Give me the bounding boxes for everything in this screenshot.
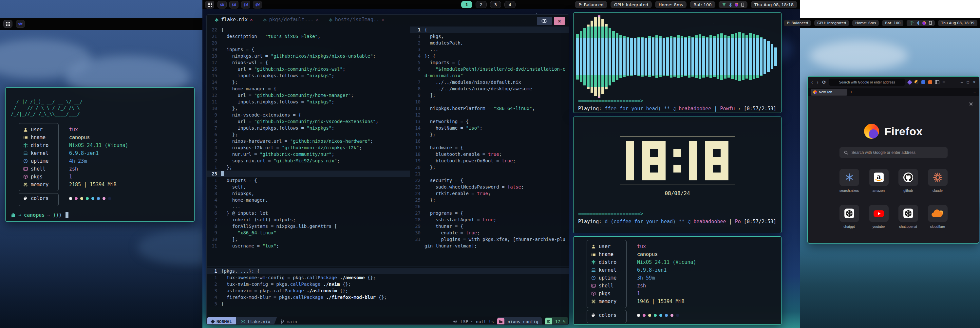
palette-dot (665, 314, 668, 317)
back-button[interactable]: ‹ (811, 79, 813, 85)
status-chip[interactable]: P: Balanced (575, 1, 607, 8)
buffer-tab[interactable]: pkgs/default... × (259, 15, 323, 25)
tag-button[interactable]: $W (16, 20, 25, 28)
system-fetch: user tux hname canopus distro NixOS 24.1… (6, 126, 194, 218)
tag-button[interactable]: $W (241, 1, 250, 8)
close-icon[interactable]: × (250, 17, 253, 22)
workspace-button-2[interactable]: 2 (476, 1, 487, 8)
tag-list: $W (16, 20, 27, 28)
fetch-value: canopus (69, 135, 90, 140)
status-chips: P: BalancedGPU: IntegratedHome: 8msBat: … (575, 1, 797, 8)
wifi-icon[interactable] (910, 21, 914, 25)
workspace-button-3[interactable]: 3 (490, 1, 501, 8)
tag-button[interactable]: $W (229, 1, 239, 8)
code-line: 3 ... (410, 46, 569, 53)
folder-icon (497, 318, 504, 325)
menu-button[interactable]: ≡ (942, 79, 945, 85)
terminal-window-fetch2[interactable]: user tux hname canopus distro NixOS 24.1… (573, 236, 781, 325)
extension-icon[interactable] (907, 79, 913, 85)
fetch-row: user tux (591, 242, 781, 250)
url-bar[interactable]: Search with Google or enter address (829, 79, 905, 86)
phone-icon[interactable] (929, 21, 932, 25)
firefox-window[interactable]: ‹ › ⟳ Search with Google or enter addres… (807, 76, 979, 244)
status-chip[interactable]: Home: 8ms (655, 1, 687, 8)
line-number: 28 (410, 216, 425, 223)
new-tab-button[interactable]: + (850, 90, 853, 95)
status-chip[interactable]: P: Balanced (784, 20, 811, 26)
temperature-icon[interactable] (922, 21, 926, 25)
extension-icon[interactable] (928, 80, 932, 84)
terminal-window-fetch[interactable]: _ __ _ ____ ____ / |/ /(_)_ __/ __ \/ __… (5, 87, 194, 222)
temperature-icon[interactable] (735, 3, 738, 6)
cava-bar (695, 35, 698, 78)
tab-list-chevron[interactable]: ⌄ (973, 90, 976, 94)
buffer-tab[interactable]: flake.nix × (211, 15, 257, 25)
shortcut-search.nixos[interactable]: search.nixos (839, 169, 860, 192)
code-line: 15 }; (410, 131, 569, 138)
shortcut-label: youtube (873, 225, 885, 228)
terminal-window-cava[interactable]: =====================> Playing: ffee for… (573, 13, 781, 113)
tab-new-tab[interactable]: New Tab (811, 89, 847, 95)
shortcut-cloudflare[interactable]: cloudflare (927, 205, 948, 228)
line-number: 23 (207, 171, 221, 177)
close-button[interactable]: × (973, 80, 975, 84)
window-toggle-button[interactable] (537, 17, 552, 25)
clock-chip[interactable]: Thu Aug 08, 18:18 (751, 1, 797, 8)
bluetooth-icon[interactable] (729, 3, 732, 7)
project-indicator: nixos-config (497, 317, 542, 325)
awesome-menu-button[interactable] (3, 20, 13, 28)
close-icon[interactable]: × (316, 17, 318, 22)
shortcut-chat.openai[interactable]: chat.openai (898, 205, 919, 228)
buffer-tab[interactable]: hosts/isoImag.. × (325, 15, 388, 25)
search-input[interactable]: Search with Google or enter address (840, 147, 948, 158)
extension-icon[interactable] (921, 80, 925, 84)
now-playing-token: Playing: (578, 106, 605, 112)
status-chip[interactable]: GPU: Integrated (814, 20, 849, 26)
code-line: 8 ../../modules/nixos/desktop/awesome (410, 86, 569, 92)
editor-pane-iso[interactable]: 1{1 pkgs,2 modulesPath,3 ...4}: {5 impor… (410, 25, 569, 266)
shell-prompt[interactable]: → canopus ~ ))) (11, 212, 194, 218)
code-line: 18 bluetooth.enable = true; (410, 151, 569, 157)
personalize-gear-button[interactable] (969, 101, 974, 108)
sidebar-icon[interactable] (935, 80, 939, 84)
line-number: 9 (410, 92, 425, 98)
status-chip[interactable]: Home: 6ms (852, 20, 879, 26)
clock-chip[interactable]: Thu Aug 08, 18:39 (938, 20, 977, 26)
tag-button[interactable]: $W (253, 1, 262, 8)
phone-icon[interactable] (741, 3, 744, 7)
shortcut-amazon[interactable]: a amazon (868, 169, 889, 192)
shortcut-github[interactable]: github (898, 169, 919, 192)
shortcut-label: github (904, 189, 913, 192)
maximize-button[interactable]: □ (967, 80, 969, 84)
workspace-button-1[interactable]: 1 (461, 1, 473, 8)
lsp-status: LSP ~ null-ls (461, 319, 494, 324)
close-icon[interactable]: × (382, 17, 384, 22)
cava-bar (601, 19, 604, 94)
awesome-menu-button[interactable] (205, 1, 214, 8)
reload-button[interactable]: ⟳ (822, 79, 826, 85)
vim-icon (211, 320, 215, 324)
status-chip[interactable]: Bat: 100 (882, 20, 904, 26)
workspace-button-4[interactable]: 4 (504, 1, 515, 8)
editor-pane-pkgs[interactable]: 1{pkgs, ...}: {1 tux-awesome-wm-config =… (207, 266, 569, 317)
neovim-window[interactable]: flake.nix × pkgs/default... × hosts/isoI… (206, 14, 569, 325)
cava-bar (702, 36, 705, 78)
shortcut-chatgpt[interactable]: chatgpt (839, 205, 860, 228)
code-line: 19 inputs = { (207, 46, 410, 53)
status-chip[interactable]: Bat: 100 (690, 1, 715, 8)
shortcut-claude[interactable]: claude (927, 169, 948, 192)
extension-icon[interactable] (915, 80, 918, 84)
terminal-window-clock[interactable]: 08/08/24 =====================> Playing:… (573, 117, 781, 233)
tag-button[interactable]: $W (218, 1, 227, 8)
status-chip[interactable]: GPU: Integrated (611, 1, 652, 8)
editor-pane-flake[interactable]: 22{21 description = "tux's NixOS Flake";… (207, 25, 410, 266)
window-close-button[interactable]: × (554, 17, 565, 25)
cava-bar (634, 38, 636, 75)
shortcut-youtube[interactable]: youtube (868, 205, 889, 228)
minimize-button[interactable]: – (961, 80, 963, 84)
bluetooth-icon[interactable] (917, 21, 920, 25)
wifi-icon[interactable] (722, 3, 726, 6)
clock-date: 08/08/24 (574, 190, 781, 196)
line-number: 5 (207, 203, 221, 210)
forward-button[interactable]: › (817, 79, 819, 85)
